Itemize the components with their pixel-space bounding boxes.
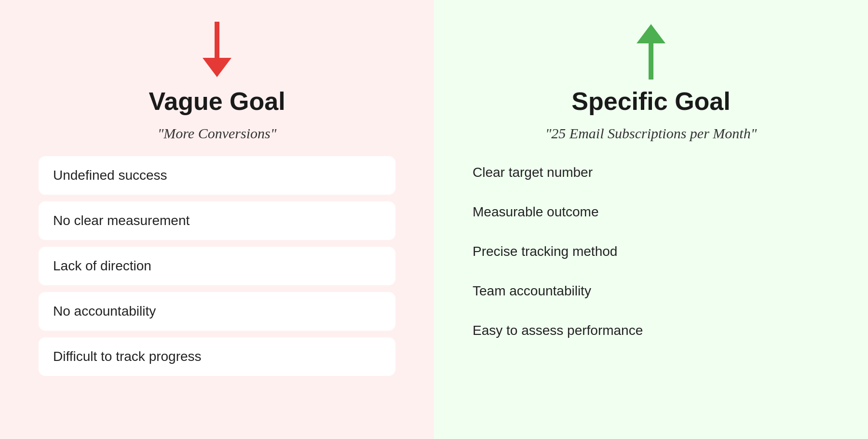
up-arrow-icon [637, 22, 665, 80]
vague-goal-list: Undefined successNo clear measurementLac… [39, 156, 395, 376]
list-item: No clear measurement [39, 201, 395, 240]
vague-goal-panel: Vague Goal "More Conversions" Undefined … [0, 0, 434, 439]
list-item: Difficult to track progress [39, 337, 395, 376]
svg-marker-1 [203, 58, 231, 77]
specific-goal-list: Clear target numberMeasurable outcomePre… [473, 156, 829, 347]
vague-goal-subtitle: "More Conversions" [158, 125, 277, 142]
vague-goal-title: Vague Goal [149, 87, 285, 116]
list-item: No accountability [39, 292, 395, 331]
svg-marker-3 [637, 24, 665, 43]
list-item: Easy to assess performance [473, 314, 829, 347]
list-item: Clear target number [473, 156, 829, 189]
list-item: Measurable outcome [473, 196, 829, 228]
list-item: Undefined success [39, 156, 395, 195]
list-item: Precise tracking method [473, 235, 829, 268]
down-arrow-container [203, 19, 231, 82]
list-item: Team accountability [473, 275, 829, 307]
specific-goal-subtitle: "25 Email Subscriptions per Month" [545, 125, 757, 142]
specific-goal-title: Specific Goal [571, 87, 730, 116]
list-item: Lack of direction [39, 247, 395, 285]
up-arrow-container [637, 19, 665, 82]
down-arrow-icon [203, 22, 231, 80]
specific-goal-panel: Specific Goal "25 Email Subscriptions pe… [434, 0, 868, 439]
